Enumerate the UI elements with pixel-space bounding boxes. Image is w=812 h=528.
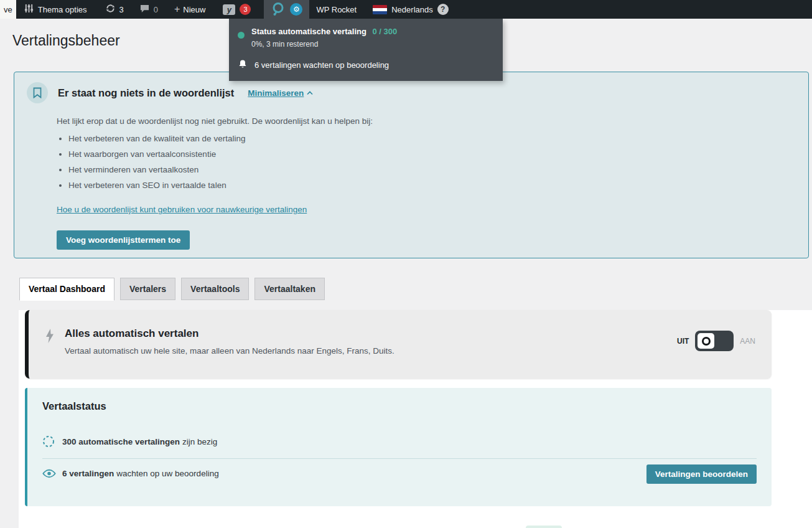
translation-status-title: Vertaalstatus	[42, 400, 757, 412]
plus-icon: +	[174, 4, 180, 15]
minimize-label: Minimaliseren	[248, 88, 304, 98]
translation-status-box: Vertaalstatus 300 automatische vertaling…	[25, 388, 772, 506]
update-icon	[106, 4, 115, 15]
list-item: Het verbeteren van de kwaliteit van de v…	[68, 134, 793, 143]
gear-icon: ⚙	[290, 3, 302, 16]
auto-translate-toggle-group: UIT AAN	[677, 331, 755, 351]
yoast-notification-badge: 3	[240, 4, 251, 15]
wpml-translation-management-screen: ve Thema opties 3 0 + Nieuw y 3	[0, 0, 812, 528]
wp-rocket-label: WP Rocket	[316, 5, 357, 14]
adminbar-new[interactable]: + Nieuw	[169, 0, 211, 19]
in-progress-row: 300 automatische vertalingen zijn bezig	[42, 435, 757, 448]
partial-element-bottom	[526, 526, 562, 528]
auto-translate-description: Vertaal automatisch uw hele site, maar a…	[65, 346, 394, 356]
adminbar-updates[interactable]: 3	[100, 0, 129, 19]
ate-status-progress: 0 / 300	[372, 27, 397, 36]
eye-icon	[42, 469, 56, 478]
sliders-icon	[24, 4, 34, 15]
netherlands-flag-icon	[373, 5, 387, 14]
auto-translate-texts: Alles automatisch vertalen Vertaal autom…	[65, 328, 394, 379]
review-translations-button[interactable]: Vertalingen beoordelen	[646, 464, 757, 484]
language-label: Nederlands	[391, 5, 433, 14]
ate-status-title: Status automatische vertaling	[251, 27, 366, 36]
ate-status-texts: Status automatische vertaling 0 / 300 0%…	[251, 26, 397, 49]
toggle-knob-circle-icon	[702, 337, 711, 346]
tab-vertaaltools[interactable]: Vertaaltools	[181, 278, 249, 300]
bookmark-icon	[27, 82, 48, 103]
dashboard-panel: Alles automatisch vertalen Vertaal autom…	[19, 310, 812, 528]
wpml-status-dropdown: Status automatische vertaling 0 / 300 0%…	[229, 19, 503, 81]
review-text: wachten op uw beoordeling	[116, 469, 218, 478]
adminbar-language[interactable]: Nederlands ?	[367, 0, 454, 19]
list-item: Het waarborgen van vertaalconsistentie	[68, 149, 793, 159]
wpml-ate-icon	[271, 1, 286, 18]
toggle-knob	[698, 333, 714, 349]
bell-icon	[238, 59, 248, 71]
auto-translate-toggle[interactable]	[695, 331, 734, 351]
review-count: 6 vertalingen	[62, 469, 114, 478]
glossary-notice: Er staat nog niets in de woordenlijst Mi…	[14, 72, 809, 258]
list-item: Het verminderen van vertaalkosten	[68, 165, 793, 174]
glossary-docs-link[interactable]: Hoe u de woordenlijst kunt gebruiken voo…	[57, 205, 307, 214]
glossary-title: Er staat nog niets in de woordenlijst	[58, 87, 234, 99]
status-dot-icon	[238, 32, 245, 39]
glossary-body: Het lijkt erop dat u de woordenlijst nog…	[57, 116, 793, 250]
comment-bubble-icon	[140, 4, 149, 15]
help-icon[interactable]: ?	[437, 4, 449, 15]
ate-review-notice: 6 vertalingen wachten op beoordeling	[254, 60, 389, 70]
adminbar-theme-options[interactable]: Thema opties	[19, 0, 93, 19]
ate-status-detail: 0%, 3 min resterend	[251, 40, 397, 49]
adminbar-comments[interactable]: 0	[134, 0, 164, 19]
new-label: Nieuw	[183, 5, 205, 14]
chevron-up-icon	[307, 91, 313, 95]
ate-review-row[interactable]: 6 vertalingen wachten op beoordeling	[238, 59, 493, 71]
auto-translate-box: Alles automatisch vertalen Vertaal autom…	[25, 310, 772, 379]
yoast-seo-icon: y	[223, 4, 235, 15]
partial-live-button[interactable]: ve	[0, 0, 16, 19]
minimize-link[interactable]: Minimaliseren	[248, 88, 313, 98]
adminbar-wp-rocket[interactable]: WP Rocket	[310, 0, 362, 19]
comments-count: 0	[154, 5, 158, 14]
tab-bar: Vertaal Dashboard Vertalers Vertaaltools…	[19, 278, 812, 300]
admin-bar: ve Thema opties 3 0 + Nieuw y 3	[0, 0, 812, 19]
spinner-icon	[42, 435, 56, 448]
ate-status-row[interactable]: Status automatische vertaling 0 / 300 0%…	[238, 26, 493, 49]
toggle-on-label: AAN	[740, 337, 755, 346]
tab-vertaaltaken[interactable]: Vertaaltaken	[254, 278, 325, 300]
review-row: 6 vertalingen wachten op uw beoordeling …	[42, 469, 757, 478]
glossary-benefits-list: Het verbeteren van de kwaliteit van de v…	[68, 134, 793, 190]
adminbar-wpml-status[interactable]: ⚙	[264, 0, 309, 19]
tab-vertaal-dashboard[interactable]: Vertaal Dashboard	[19, 278, 114, 301]
tab-vertalers[interactable]: Vertalers	[120, 278, 175, 300]
auto-translate-title: Alles automatisch vertalen	[65, 328, 394, 340]
toggle-off-label: UIT	[677, 337, 689, 346]
updates-count: 3	[119, 5, 124, 14]
divider	[42, 458, 757, 459]
adminbar-yoast[interactable]: y 3	[217, 0, 256, 19]
lightning-icon	[45, 329, 57, 379]
add-glossary-terms-button[interactable]: Voeg woordenlijsttermen toe	[57, 230, 190, 250]
in-progress-text: zijn bezig	[182, 437, 217, 446]
glossary-intro: Het lijkt erop dat u de woordenlijst nog…	[57, 116, 793, 126]
list-item: Het verbeteren van SEO in vertaalde tale…	[68, 181, 793, 190]
theme-options-label: Thema opties	[38, 5, 87, 14]
glossary-header: Er staat nog niets in de woordenlijst Mi…	[27, 82, 793, 103]
in-progress-count: 300 automatische vertalingen	[62, 437, 180, 446]
